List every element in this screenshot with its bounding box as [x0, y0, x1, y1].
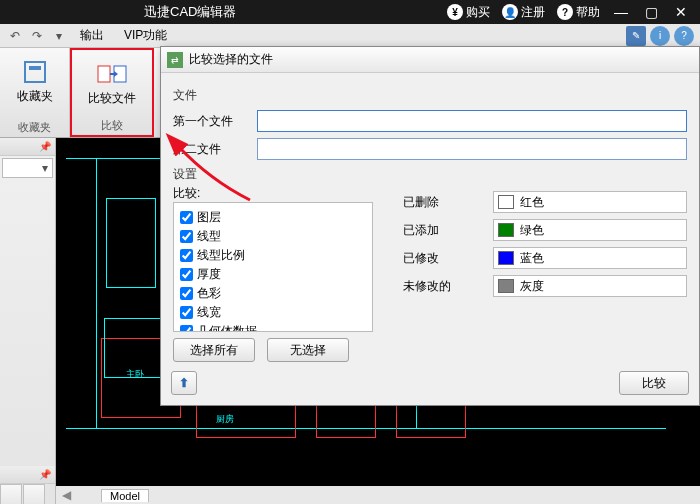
tab-vip[interactable]: VIP功能 — [114, 24, 177, 47]
file-section-label: 文件 — [173, 87, 687, 104]
select-none-button[interactable]: 无选择 — [267, 338, 349, 362]
panel-tab-1[interactable] — [0, 484, 22, 504]
qat-help-icon[interactable]: ? — [674, 26, 694, 46]
minimize-button[interactable]: — — [606, 0, 636, 24]
check-thickness[interactable]: 厚度 — [180, 266, 366, 283]
file2-label: 第二文件 — [173, 141, 257, 158]
titlebar: 迅捷CAD编辑器 ¥ 购买 👤 注册 ? 帮助 — ▢ ✕ — [0, 0, 700, 24]
check-linetype[interactable]: 线型 — [180, 228, 366, 245]
unchanged-label: 未修改的 — [403, 278, 493, 295]
panel-tabs — [0, 484, 55, 504]
ribbon-group-favorites: 收藏夹 收藏夹 — [0, 48, 70, 137]
user-icon: 👤 — [502, 4, 518, 20]
buy-link[interactable]: ¥ 购买 — [447, 4, 490, 21]
close-button[interactable]: ✕ — [666, 0, 696, 24]
model-tab[interactable]: Model — [101, 489, 149, 502]
deleted-color-select[interactable]: 红色 — [493, 191, 687, 213]
added-color-select[interactable]: 绿色 — [493, 219, 687, 241]
panel-tab-2[interactable] — [23, 484, 45, 504]
favorites-group-label: 收藏夹 — [18, 120, 51, 135]
side-panel: 📌 ▾ 📌 — [0, 138, 56, 504]
check-geometry[interactable]: 几何体数据 — [180, 323, 366, 332]
panel-dropdown[interactable]: ▾ — [2, 158, 53, 178]
panel-header-bottom: 📌 — [0, 466, 55, 484]
help-link[interactable]: ? 帮助 — [557, 4, 600, 21]
compare-checklist: 图层 线型 线型比例 厚度 色彩 线宽 几何体数据 — [173, 202, 373, 332]
dialog-icon: ⇄ — [167, 52, 183, 68]
color-settings: 已删除 红色 已添加 绿色 已修改 — [403, 185, 687, 362]
compare-run-button[interactable]: 比较 — [619, 371, 689, 395]
compare-btn-label: 比较文件 — [88, 90, 136, 107]
collapse-button[interactable]: ⬆ — [171, 371, 197, 395]
check-layer[interactable]: 图层 — [180, 209, 366, 226]
compare-group-label: 比较 — [101, 118, 123, 133]
svg-rect-2 — [98, 66, 110, 82]
svg-rect-0 — [25, 62, 45, 82]
maximize-button[interactable]: ▢ — [636, 0, 666, 24]
file1-input[interactable] — [257, 110, 687, 132]
help-icon: ? — [557, 4, 573, 20]
added-label: 已添加 — [403, 222, 493, 239]
swatch-gray — [498, 279, 514, 293]
status-bar: ◀ Model — [56, 486, 700, 504]
compare-files-button[interactable]: 比较文件 — [80, 54, 144, 111]
file1-label: 第一个文件 — [173, 113, 257, 130]
qat-dropdown[interactable]: ▾ — [48, 26, 70, 46]
select-all-button[interactable]: 选择所有 — [173, 338, 255, 362]
ribbon-group-compare: 比较文件 比较 — [70, 48, 154, 137]
tab-nav-prev[interactable]: ◀ — [62, 488, 71, 502]
unchanged-color-select[interactable]: 灰度 — [493, 275, 687, 297]
compare-icon — [96, 58, 128, 90]
dialog-titlebar[interactable]: ⇄ 比较选择的文件 — [161, 47, 699, 73]
panel-header-top: 📌 — [0, 138, 55, 156]
check-color[interactable]: 色彩 — [180, 285, 366, 302]
favorites-button[interactable]: 收藏夹 — [9, 52, 61, 109]
help-label: 帮助 — [576, 4, 600, 21]
favorites-icon — [19, 56, 51, 88]
redo-button[interactable]: ↷ — [26, 26, 48, 46]
pin-icon[interactable]: 📌 — [39, 141, 51, 152]
quick-access-toolbar: ↶ ↷ ▾ 输出 VIP功能 ✎ i ? — [0, 24, 700, 48]
file2-input[interactable] — [257, 138, 687, 160]
dialog-title: 比较选择的文件 — [189, 51, 273, 68]
cad-label-room1: 厨房 — [216, 413, 234, 426]
check-lineweight[interactable]: 线宽 — [180, 304, 366, 321]
settings-label: 设置 — [173, 166, 687, 183]
cad-label-room2: 主卧 — [126, 368, 144, 381]
register-label: 注册 — [521, 4, 545, 21]
register-link[interactable]: 👤 注册 — [502, 4, 545, 21]
style-icon[interactable]: ✎ — [626, 26, 646, 46]
modified-color-select[interactable]: 蓝色 — [493, 247, 687, 269]
deleted-label: 已删除 — [403, 194, 493, 211]
buy-label: 购买 — [466, 4, 490, 21]
swatch-blue — [498, 251, 514, 265]
favorites-btn-label: 收藏夹 — [17, 88, 53, 105]
svg-rect-1 — [29, 66, 41, 70]
check-ltscale[interactable]: 线型比例 — [180, 247, 366, 264]
cart-icon: ¥ — [447, 4, 463, 20]
pin-icon-2[interactable]: 📌 — [39, 469, 51, 480]
info-icon[interactable]: i — [650, 26, 670, 46]
swatch-red — [498, 195, 514, 209]
app-title: 迅捷CAD编辑器 — [144, 3, 236, 21]
undo-button[interactable]: ↶ — [4, 26, 26, 46]
compare-dialog: ⇄ 比较选择的文件 文件 第一个文件 第二文件 设置 比较: 图层 线型 线型比… — [160, 46, 700, 406]
swatch-green — [498, 223, 514, 237]
modified-label: 已修改 — [403, 250, 493, 267]
tab-output[interactable]: 输出 — [70, 24, 114, 47]
compare-label: 比较: — [173, 185, 373, 202]
